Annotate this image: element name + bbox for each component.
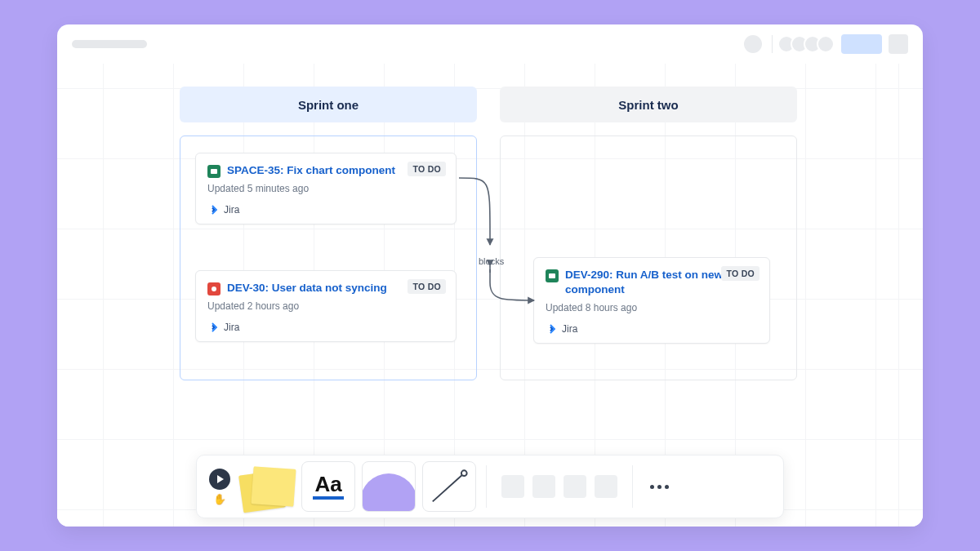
bottom-toolbar: ✋ Aa — [196, 455, 784, 518]
card-updated: Updated 2 hours ago — [207, 300, 444, 312]
top-bar — [57, 24, 923, 64]
status-badge: TO DO — [408, 162, 446, 176]
whiteboard-canvas[interactable]: Sprint one TO DO SPACE-35: Fix chart com… — [57, 64, 923, 527]
collaborator-avatars[interactable] — [782, 35, 835, 53]
text-icon: Aa — [313, 473, 343, 500]
story-icon — [207, 165, 220, 178]
jira-icon — [207, 204, 219, 216]
toolbar-placeholder[interactable] — [564, 475, 586, 498]
toolbar-placeholder[interactable] — [595, 475, 617, 498]
sticky-note-tool[interactable] — [241, 461, 295, 512]
svg-line-0 — [433, 473, 465, 502]
app-window: Sprint one TO DO SPACE-35: Fix chart com… — [57, 24, 923, 527]
card-source: Jira — [562, 323, 577, 335]
hand-tool[interactable]: ✋ — [213, 493, 226, 505]
jira-icon — [546, 323, 557, 335]
column-body[interactable]: TO DO SPACE-35: Fix chart component Upda… — [180, 136, 477, 380]
pointer-tool[interactable] — [209, 469, 230, 490]
card-dev-290[interactable]: TO DO DEV-290: Run A/B test on new chart… — [533, 257, 770, 344]
divider — [772, 35, 773, 53]
relationship-label: blocks — [479, 256, 504, 266]
card-updated: Updated 8 hours ago — [546, 302, 758, 313]
jira-icon — [207, 322, 219, 333]
more-tools-button[interactable] — [643, 485, 675, 489]
status-badge: TO DO — [408, 279, 446, 294]
card-space-35[interactable]: TO DO SPACE-35: Fix chart component Upda… — [195, 153, 457, 224]
card-source: Jira — [224, 322, 239, 333]
dot-icon — [650, 485, 654, 489]
toolbar-placeholder[interactable] — [532, 475, 555, 498]
toolbar-divider — [632, 465, 633, 508]
card-dev-30[interactable]: TO DO DEV-30: User data not syncing Upda… — [195, 270, 457, 342]
presence-avatar[interactable] — [744, 35, 762, 53]
shape-tool[interactable] — [362, 461, 416, 512]
sticky-icon — [251, 466, 296, 507]
dot-icon — [665, 485, 669, 489]
title-placeholder — [72, 40, 147, 48]
text-tool[interactable]: Aa — [301, 461, 355, 512]
toolbar-placeholder-group — [497, 475, 622, 498]
column-sprint-one: Sprint one TO DO SPACE-35: Fix chart com… — [180, 87, 477, 380]
line-icon — [428, 467, 470, 506]
card-updated: Updated 5 minutes ago — [207, 183, 444, 194]
column-body[interactable]: TO DO DEV-290: Run A/B test on new chart… — [500, 136, 797, 380]
pointer-tools: ✋ — [205, 469, 234, 505]
card-source: Jira — [224, 204, 239, 216]
svg-point-1 — [461, 470, 467, 476]
line-tool[interactable] — [422, 461, 476, 512]
avatar[interactable] — [817, 35, 835, 53]
status-badge: TO DO — [721, 266, 760, 281]
circle-shape-icon — [362, 473, 416, 512]
dot-icon — [657, 485, 662, 489]
toolbar-divider — [486, 465, 487, 508]
share-button[interactable] — [841, 34, 882, 54]
column-header[interactable]: Sprint two — [500, 87, 797, 122]
bug-icon — [207, 282, 220, 295]
toolbar-placeholder[interactable] — [501, 475, 524, 498]
column-sprint-two: Sprint two TO DO DEV-290: Run A/B test o… — [500, 87, 797, 380]
menu-button[interactable] — [889, 34, 908, 54]
top-right-controls — [744, 34, 908, 54]
story-icon — [546, 269, 559, 282]
column-header[interactable]: Sprint one — [180, 87, 477, 122]
kanban-board: Sprint one TO DO SPACE-35: Fix chart com… — [180, 87, 797, 380]
